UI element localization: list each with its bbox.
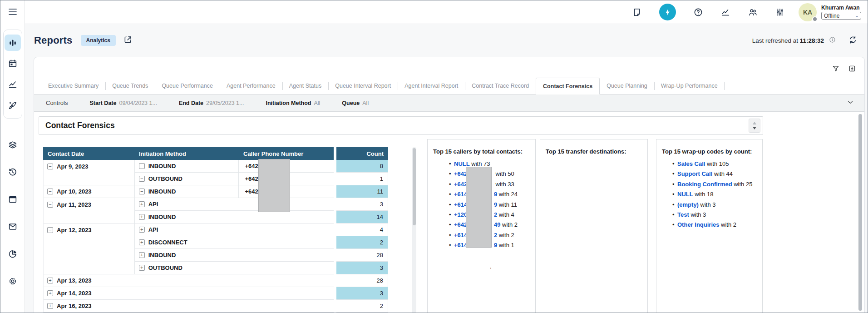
- expand-toggle-icon[interactable]: +: [139, 252, 145, 258]
- table-row: +Apr 13, 202328: [44, 274, 388, 287]
- caller-number-link[interactable]: 9: [494, 242, 497, 248]
- sidebar-item-reports-pie[interactable]: [5, 246, 21, 262]
- help-icon[interactable]: [693, 7, 703, 17]
- sidebar-item-layers[interactable]: [5, 137, 21, 153]
- collapse-toggle-icon[interactable]: −: [139, 189, 145, 194]
- wrapup-list-item: Other Inquiries with 2: [677, 220, 762, 230]
- caller-number-link[interactable]: +614: [454, 242, 467, 248]
- refresh-icon[interactable]: [848, 35, 858, 46]
- tab-wrap-up-performance[interactable]: Wrap-Up Performance: [654, 78, 725, 94]
- caller-number-link[interactable]: 9: [494, 201, 497, 208]
- expand-toggle-icon[interactable]: +: [47, 278, 53, 283]
- tab-contact-forensics[interactable]: Contact Forensics: [536, 78, 600, 94]
- sidebar-item-settings[interactable]: [5, 273, 21, 289]
- topbar: KA Khurram Awan Offline ⌄: [25, 0, 868, 24]
- contact-date: Apr 9, 2023: [57, 163, 88, 170]
- notepad-icon[interactable]: [632, 7, 642, 17]
- sidebar-item-metrics[interactable]: [5, 76, 21, 93]
- caller-number-link[interactable]: 2: [494, 232, 497, 238]
- wrapup-code-link[interactable]: Support Call: [677, 170, 712, 177]
- sidebar-item-design[interactable]: [5, 97, 21, 114]
- caller-number-link[interactable]: 9: [494, 191, 497, 198]
- expand-toggle-icon[interactable]: +: [139, 201, 145, 207]
- table-row: −Apr 12, 2023+API4: [44, 224, 388, 236]
- tab-queue-planning[interactable]: Queue Planning: [600, 78, 654, 94]
- sidebar-item-history[interactable]: [5, 164, 21, 180]
- caller-number-link[interactable]: +614: [454, 191, 467, 198]
- collapse-toggle-icon[interactable]: −: [47, 202, 53, 208]
- contact-date: Apr 11, 2023: [57, 201, 91, 208]
- sidebar-item-browser[interactable]: [5, 191, 21, 208]
- caller-number-link[interactable]: 2: [494, 211, 497, 218]
- collapse-toggle-icon[interactable]: −: [139, 163, 145, 169]
- contacts-icon[interactable]: [748, 7, 758, 17]
- download-icon[interactable]: [848, 65, 856, 74]
- filter-icon[interactable]: [832, 65, 840, 74]
- quick-connect-bolt-icon[interactable]: [659, 4, 676, 20]
- sidebar-item-mail[interactable]: [5, 219, 21, 235]
- caller-number-link[interactable]: NULL: [454, 160, 470, 167]
- sidebar-item-dashboards[interactable]: [5, 35, 21, 51]
- metrics-icon[interactable]: [720, 7, 730, 17]
- tab-agent-status[interactable]: Agent Status: [282, 78, 329, 94]
- wrapup-code-link[interactable]: Booking Confirmed: [677, 181, 732, 188]
- wrapup-code-link[interactable]: Other Inquiries: [677, 221, 719, 228]
- wrapup-code-link[interactable]: Sales Call: [677, 160, 705, 167]
- external-link-icon[interactable]: [123, 35, 133, 46]
- tab-agent-interval-report[interactable]: Agent Interval Report: [398, 78, 465, 94]
- bar-chart-icon: [8, 38, 18, 48]
- tab-queue-performance[interactable]: Queue Performance: [155, 78, 220, 94]
- tab-agent-performance[interactable]: Agent Performance: [220, 78, 282, 94]
- pie-chart-icon: [8, 249, 18, 259]
- caller-phone-cell: [239, 249, 334, 262]
- collapse-toggle-icon[interactable]: −: [47, 227, 53, 233]
- tab-executive-summary[interactable]: Executive Summary: [41, 78, 105, 94]
- info-icon[interactable]: [829, 36, 836, 45]
- caller-number-link[interactable]: +614: [454, 232, 467, 238]
- caller-number-link[interactable]: +642: [454, 221, 467, 228]
- filter-value: All: [314, 100, 320, 106]
- caller-number-link[interactable]: +642: [454, 181, 467, 188]
- preferences-sliders-icon[interactable]: [775, 7, 785, 17]
- menu-icon[interactable]: [7, 6, 18, 17]
- wrapup-code-link[interactable]: NULL: [677, 191, 693, 198]
- expand-toggle-icon[interactable]: +: [139, 239, 145, 245]
- wrapup-code-link[interactable]: Test: [677, 211, 689, 218]
- column-header: Caller Phone Number: [239, 147, 334, 160]
- tab-queue-interval-report[interactable]: Queue Interval Report: [328, 78, 398, 94]
- filter-end-date[interactable]: End Date29/05/2023 1...: [179, 100, 244, 106]
- status-select[interactable]: Offline ⌄: [821, 12, 861, 20]
- caller-number-link[interactable]: +642: [454, 170, 467, 177]
- expand-toggle-icon[interactable]: +: [47, 303, 53, 309]
- expand-toggle-icon[interactable]: +: [139, 265, 145, 271]
- chevron-down-icon[interactable]: [846, 98, 854, 108]
- page-scrollbar-thumb[interactable]: [858, 114, 862, 311]
- expand-toggle-icon[interactable]: +: [139, 227, 145, 233]
- filter-queue[interactable]: QueueAll: [342, 100, 369, 106]
- section-title: Contact Forensics: [45, 121, 115, 130]
- initiation-method: INBOUND: [148, 252, 176, 258]
- expand-toggle-icon[interactable]: +: [139, 214, 145, 220]
- table-row: +INBOUND28: [44, 249, 388, 262]
- filter-start-date[interactable]: Start Date09/04/2023 1...: [89, 100, 157, 106]
- initiation-method-cell: +DISCONNECT: [135, 236, 239, 249]
- collapse-toggle-icon[interactable]: −: [47, 164, 53, 169]
- wrapup-code-link[interactable]: (empty): [677, 201, 699, 208]
- filter-initiation-method[interactable]: Initiation MethodAll: [266, 100, 320, 106]
- tab-queue-trends[interactable]: Queue Trends: [105, 78, 155, 94]
- table-scrollbar-thumb[interactable]: [413, 148, 416, 225]
- filter-name: End Date: [179, 100, 203, 106]
- caller-number-link[interactable]: 49: [494, 221, 500, 228]
- collapse-toggle-icon[interactable]: −: [139, 176, 145, 182]
- contact-date-cell: +Apr 13, 2023: [44, 274, 135, 287]
- expand-toggle-icon[interactable]: +: [47, 290, 53, 296]
- step-down-icon[interactable]: [752, 127, 757, 130]
- sidebar-item-calendar[interactable]: [5, 55, 21, 72]
- caller-number-link[interactable]: +614: [454, 201, 467, 208]
- wrapup-list-item: (empty) with 3: [677, 200, 762, 210]
- tab-contract-trace-record[interactable]: Contract Trace Record: [465, 78, 536, 94]
- caller-number-link[interactable]: +120: [454, 211, 467, 218]
- avatar[interactable]: KA: [799, 3, 817, 21]
- step-up-icon[interactable]: [752, 122, 757, 125]
- collapse-toggle-icon[interactable]: −: [47, 189, 53, 194]
